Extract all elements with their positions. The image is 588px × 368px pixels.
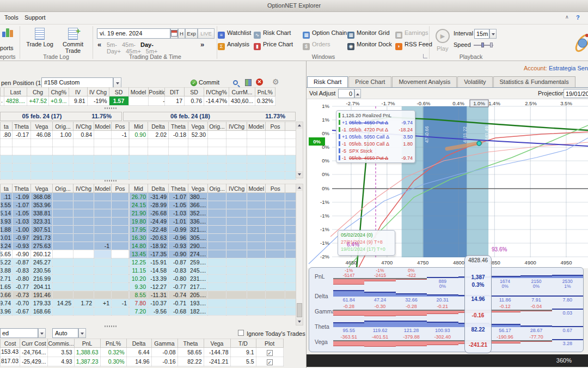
chain-row[interactable]: 3.93-1.03323.31 [1, 218, 129, 226]
current-price-column[interactable]: 4828.46 1,387 0.3% 14.96 -0.16 82.22 -24… [464, 255, 492, 353]
chain-row[interactable]: 5.65-0.90260.12 [1, 250, 129, 258]
step-forward-icon[interactable]: » [200, 40, 204, 49]
column-header[interactable]: Orig... [53, 122, 74, 131]
leg-row[interactable] [1, 147, 129, 155]
chain-row[interactable]: 2.71-0.80216.99 [1, 275, 129, 283]
column-header[interactable]: Pos [266, 184, 285, 193]
column-header[interactable]: Pos [266, 122, 285, 131]
leg-row[interactable]: 0.902.02-0.1852.30 [130, 131, 296, 139]
chain-row[interactable]: 17.95-22.48-0.99321.... [130, 226, 296, 234]
chain-row[interactable]: 12.25-15.91-0.87259.... [130, 258, 296, 267]
column-header[interactable]: Vega [188, 184, 208, 193]
option-chain-button[interactable]: ▦Option Chain [303, 29, 347, 39]
column-header[interactable]: IVChg% [204, 88, 229, 96]
leg-row[interactable] [130, 155, 296, 164]
column-header[interactable]: Cost [1, 339, 20, 348]
leg-row[interactable] [1, 164, 129, 172]
menu-support[interactable]: Support [24, 14, 46, 21]
chain-row[interactable]: 0.66-0.73191.46 [1, 291, 129, 299]
column-header[interactable]: Commis... [48, 339, 74, 348]
earnings-button[interactable]: ▦Earnings [395, 29, 428, 39]
exp-button[interactable]: Exp [185, 28, 198, 39]
chain-row[interactable]: 1.88-1.00307.51 [1, 226, 129, 234]
position-select[interactable]: #158 Custom [41, 77, 113, 88]
leg-row[interactable] [130, 139, 296, 147]
column-header[interactable]: Theta [177, 339, 204, 348]
leg-row[interactable] [1, 139, 129, 147]
risk-chart[interactable]: 4720.394750.664811.224841.49-2.7%-1.7%-0… [308, 99, 588, 268]
column-header[interactable]: PnL% [255, 88, 275, 96]
plot-checkbox[interactable]: ✓ [267, 350, 273, 356]
column-header[interactable]: Delta [148, 122, 169, 131]
totals-row[interactable]: 5,153.43-24,764...3.531,388.630.32%6.44-… [1, 348, 284, 357]
column-header[interactable]: SD [109, 88, 128, 96]
tab-risk-chart[interactable]: Risk Chart [307, 76, 348, 87]
speed-slider-thumb[interactable] [481, 43, 484, 47]
column-header[interactable]: Orig... [208, 122, 226, 131]
chain-row[interactable]: 19.80-24.49-1.01336.... [130, 218, 296, 226]
mode-select[interactable]: Auto [52, 328, 78, 338]
column-header[interactable]: Vega [188, 122, 208, 131]
scrollbar-thumb[interactable] [297, 303, 302, 317]
column-header[interactable]: Gamma [151, 339, 177, 348]
trade-filter-dropdown-icon[interactable] [38, 328, 46, 338]
column-header[interactable]: Model [128, 88, 148, 96]
column-header[interactable]: T/D [230, 339, 256, 348]
column-header[interactable]: Mid [130, 184, 148, 193]
column-header[interactable]: Curr Cost [20, 339, 48, 348]
column-header[interactable]: IVChg [226, 184, 247, 193]
column-header[interactable]: Chg [27, 88, 49, 96]
analysis-button[interactable]: ΣAnalysis [218, 41, 249, 50]
play-button[interactable]: ▶ [436, 29, 450, 43]
column-header[interactable]: IVChg [74, 122, 94, 131]
plot-checkbox[interactable]: ✓ [267, 359, 273, 365]
rss-feed-button[interactable]: ◗RSS Feed [395, 41, 432, 50]
mode-dropdown-icon[interactable] [78, 328, 86, 338]
column-header[interactable]: Mid [130, 122, 148, 131]
column-header[interactable]: PnL% [100, 339, 126, 348]
column-header[interactable]: IVChg [74, 184, 94, 193]
export-icon[interactable] [245, 79, 252, 86]
ignore-trades-checkbox[interactable] [238, 330, 244, 336]
totals-row[interactable]: 5,817.03-25,429...4.931,387.230.30%14.96… [1, 357, 284, 366]
column-header[interactable]: Pos [112, 184, 129, 193]
leg-row[interactable]: .80-0.1746.081.000.84-1 [1, 131, 129, 139]
summary-row[interactable]: 170.76-14.47%430,60...0.32% [165, 96, 275, 106]
scroll-down-icon[interactable] [296, 171, 303, 178]
column-header[interactable]: DIT [165, 88, 185, 96]
chain-row[interactable]: 7.80-10.37-0.71193.... [130, 299, 296, 307]
summary-row[interactable]: .4828....+47.52+0.9...9.81-19%1.57-5 [1, 96, 170, 106]
monitor-grid-button[interactable]: ▦Monitor Grid [347, 29, 390, 39]
chain-row[interactable]: 3.96-0.67168.66 [1, 307, 129, 316]
column-header[interactable]: Orig... [53, 184, 74, 193]
chain-row[interactable]: 3.55-1.07353.96 [1, 201, 129, 209]
help-icon[interactable]: ? [576, 14, 580, 21]
chain-row[interactable]: 8.55-11.31-0.74205.... [130, 291, 296, 299]
column-header[interactable]: Model [94, 122, 112, 131]
chain-row[interactable]: 9.30-12.27-0.77217.... [130, 283, 296, 291]
projection-date-input[interactable]: 19/01/20 [564, 89, 588, 98]
calendar-button[interactable] [170, 28, 178, 39]
splitter-handle-icon[interactable] [105, 107, 117, 109]
chain-row[interactable]: .11-1.09368.08 [1, 193, 129, 201]
leg-row[interactable] [130, 147, 296, 155]
commit-trade-button[interactable]: + Commit Trade [54, 28, 91, 54]
watchlist-button[interactable]: ≡Watchlist [218, 29, 251, 39]
menu-tools[interactable]: Tools [4, 14, 19, 21]
column-header[interactable]: PnL [74, 339, 100, 348]
column-header[interactable] [1, 88, 4, 96]
tab-movement-analysis[interactable]: Movement Analysis [392, 76, 457, 87]
column-header[interactable]: Pos [112, 122, 129, 131]
leg-row[interactable] [1, 155, 129, 164]
column-header[interactable]: Theta [169, 122, 188, 131]
column-header[interactable]: Chg% [49, 88, 69, 96]
column-header[interactable]: Model [94, 184, 112, 193]
column-header[interactable]: SD [185, 88, 204, 96]
column-header[interactable]: CurrM... [229, 88, 255, 96]
orders-button[interactable]: $Orders [303, 41, 330, 50]
column-header[interactable]: IV Chg [87, 88, 109, 96]
time-step-button[interactable]: H [178, 28, 185, 39]
chain-row[interactable]: 16.30-20.63-0.96305.... [130, 234, 296, 242]
expiry-section-header-2[interactable]: 06 feb. 24 (18)11.73% [123, 112, 296, 121]
column-header[interactable]: Vega [31, 122, 53, 131]
